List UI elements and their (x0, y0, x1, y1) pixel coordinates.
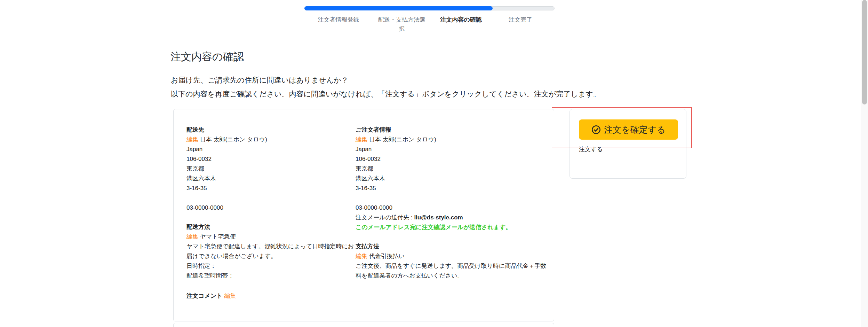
order-comment-line: 注文コメント 編集 (186, 291, 356, 301)
payment-method-description: ご注文後、商品をすぐに発送します。商品受け取り時に商品代金＋手数料を配達業者の方… (356, 261, 548, 281)
secondary-card (173, 323, 554, 327)
page-title: 注文内容の確認 (170, 50, 244, 64)
order-action-card: 注文を確定する 注文する (570, 109, 686, 179)
payment-method-name: 代金引換払い (369, 253, 405, 259)
shipping-time-window-label: 配達希望時間帯： (186, 271, 356, 281)
order-summary-card: 配送先 編集 日本 太郎(ニホン タロウ) Japan 106-0032 東京都… (173, 109, 554, 321)
orderer-info-heading: ご注文者情報 (356, 125, 548, 135)
order-confirmation-page: 注文者情報登録 配送・支払方法選択 注文内容の確認 注文完了 注文内容の確認 お… (0, 0, 868, 327)
action-card-divider (579, 165, 679, 165)
edit-order-comment-link[interactable]: 編集 (224, 293, 236, 299)
edit-orderer-info-link[interactable]: 編集 (356, 136, 367, 143)
shipping-datetime-label: 日時指定： (186, 261, 356, 271)
orderer-name: 日本 太郎(ニホン タロウ) (369, 136, 436, 143)
edit-payment-method-link[interactable]: 編集 (356, 253, 367, 259)
orderer-street-address: 3-16-35 (356, 184, 548, 193)
check-circle-icon (591, 125, 601, 134)
shipping-name: 日本 太郎(ニホン タロウ) (200, 136, 267, 143)
scrollbar-track[interactable] (861, 0, 868, 327)
order-label: 注文する (579, 145, 603, 154)
step-order-complete: 注文完了 (509, 15, 532, 24)
shipping-street-address: 3-16-35 (186, 184, 356, 193)
order-email: liu@ds-style.com (414, 214, 463, 221)
orderer-postal-code: 106-0032 (356, 154, 548, 164)
step-customer-info-registration: 注文者情報登録 (318, 15, 359, 24)
shipping-prefecture: 東京都 (186, 164, 356, 174)
order-email-label: 注文メールの送付先 : (356, 214, 414, 221)
intro-line-2: 以下の内容を再度ご確認ください。内容に間違いがなければ、「注文する」ボタンをクリ… (171, 89, 600, 99)
orderer-name-line: 編集 日本 太郎(ニホン タロウ) (356, 135, 548, 145)
payment-method-heading: 支払方法 (356, 242, 548, 251)
order-email-line: 注文メールの送付先 : liu@ds-style.com (356, 213, 548, 223)
intro-line-1: お届け先、ご請求先の住所に間違いはありませんか？ (171, 75, 348, 85)
shipping-column: 配送先 編集 日本 太郎(ニホン タロウ) Japan 106-0032 東京都… (186, 125, 356, 301)
orderer-city: 港区六本木 (356, 174, 548, 184)
shipping-country: Japan (186, 145, 356, 154)
step-order-confirmation: 注文内容の確認 (440, 15, 481, 24)
orderer-phone: 03-0000-0000 (356, 203, 548, 213)
email-confirmation-note: このメールアドレス宛に注文確認メールが送信されます。 (356, 223, 548, 232)
confirm-order-button-label: 注文を確定する (604, 124, 666, 135)
orderer-column: ご注文者情報 編集 日本 太郎(ニホン タロウ) Japan 106-0032 … (356, 125, 548, 281)
shipping-method-heading: 配送方法 (186, 222, 356, 232)
edit-shipping-method-link[interactable]: 編集 (186, 233, 198, 240)
shipping-address-heading: 配送先 (186, 125, 356, 135)
shipping-method-name: ヤマト宅急便 (200, 233, 236, 240)
order-comment-heading: 注文コメント (186, 293, 223, 299)
orderer-prefecture: 東京都 (356, 164, 548, 174)
orderer-country: Japan (356, 145, 548, 154)
step-shipping-payment-selection: 配送・支払方法選択 (375, 15, 428, 33)
shipping-phone: 03-0000-0000 (186, 203, 356, 213)
scrollbar-thumb[interactable] (862, 0, 867, 104)
edit-shipping-address-link[interactable]: 編集 (186, 136, 198, 143)
shipping-name-line: 編集 日本 太郎(ニホン タロウ) (186, 135, 356, 145)
shipping-method-line: 編集 ヤマト宅急便 (186, 232, 356, 242)
progress-bar-track (304, 6, 555, 10)
shipping-method-description: ヤマト宅急便で配達します。混雑状況によって日時指定時にお届けできない場合がござい… (186, 242, 356, 261)
shipping-postal-code: 106-0032 (186, 154, 356, 164)
payment-method-line: 編集 代金引換払い (356, 251, 548, 261)
confirm-order-button[interactable]: 注文を確定する (579, 119, 678, 140)
progress-bar-fill (304, 6, 493, 10)
shipping-city: 港区六本木 (186, 174, 356, 184)
